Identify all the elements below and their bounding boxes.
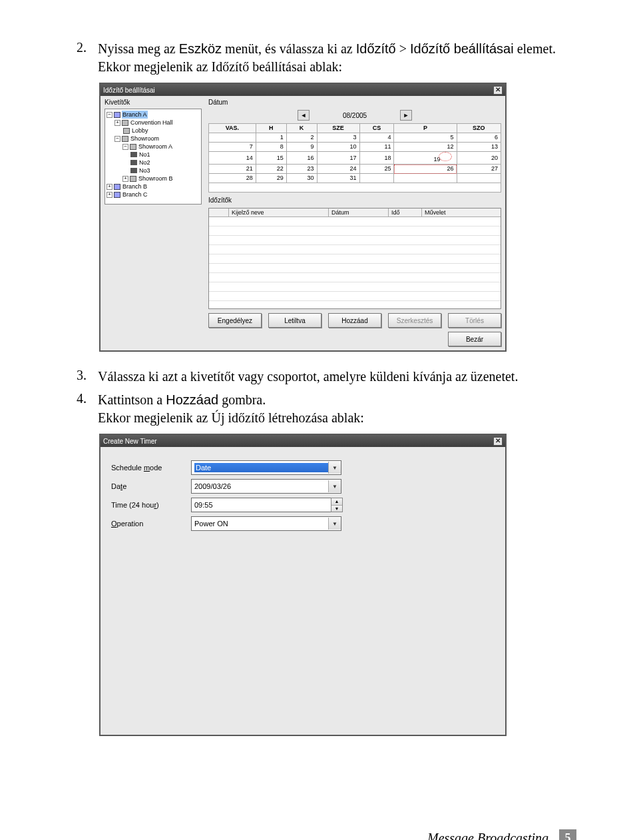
cal-cell[interactable]: 27 <box>457 165 501 174</box>
label-time: Time (24 hour) <box>111 501 191 509</box>
tree-no1[interactable]: No1 <box>106 151 200 159</box>
cal-cell[interactable]: 4 <box>359 133 394 143</box>
projectors-tree[interactable]: −Branch A +Convention Hall Lobby −Showro… <box>105 109 202 205</box>
calendar[interactable]: VAS. H K SZE CS P SZO 1 2 3 4 5 6 <box>208 123 501 193</box>
date-label: Dátum <box>208 99 501 106</box>
cal-cell[interactable]: 15 <box>256 152 286 165</box>
tree-showroom-b[interactable]: +Showroom B <box>106 175 200 183</box>
day-head: CS <box>359 124 394 133</box>
date-dropdown[interactable]: 2009/03/26 ▼ <box>191 479 341 494</box>
col-op: Művelet <box>422 209 501 216</box>
tree-branch-c[interactable]: +Branch C <box>106 191 200 199</box>
add-button[interactable]: Hozzáad <box>328 313 381 328</box>
cal-cell[interactable]: 21 <box>209 165 256 174</box>
schedule-mode-dropdown[interactable]: Date ▼ <box>191 460 341 475</box>
day-head: SZO <box>457 124 501 133</box>
delete-button[interactable]: Törlés <box>448 313 501 328</box>
cal-cell[interactable]: 18 <box>359 152 394 165</box>
cal-cell-today[interactable]: 19 <box>394 152 457 165</box>
tree-no2[interactable]: No2 <box>106 159 200 167</box>
cal-cell[interactable] <box>457 174 501 183</box>
cal-cell[interactable]: 10 <box>317 143 359 152</box>
timers-list[interactable]: Kijelző neve Dátum Idő Művelet <box>208 208 501 309</box>
date-value: 2009/03/26 <box>194 482 328 490</box>
row-date: Date 2009/03/26 ▼ <box>111 479 495 494</box>
spinner-down-icon[interactable]: ▼ <box>331 506 342 512</box>
cal-cell[interactable]: 1 <box>256 133 286 143</box>
cal-cell[interactable]: 7 <box>209 143 256 152</box>
close-icon[interactable]: ✕ <box>493 86 503 95</box>
chevron-down-icon[interactable]: ▼ <box>328 480 341 492</box>
cal-cell[interactable]: 22 <box>256 165 286 174</box>
month-nav: ◄ 08/2005 ► <box>208 110 501 121</box>
step-2-num: 2. <box>77 40 98 76</box>
cal-cell[interactable]: 3 <box>317 133 359 143</box>
spinner-up-icon[interactable]: ▲ <box>331 498 342 506</box>
cal-cell[interactable]: 31 <box>317 174 359 183</box>
prev-month-button[interactable]: ◄ <box>298 110 310 121</box>
title-bar: Időzítő beállításai ✕ <box>101 84 505 96</box>
disable-button[interactable]: Letiltva <box>268 313 321 328</box>
cal-cell[interactable]: 20 <box>457 152 501 165</box>
close-icon[interactable]: ✕ <box>493 437 503 446</box>
month-label: 08/2005 <box>343 112 367 119</box>
day-head: P <box>394 124 457 133</box>
cal-cell[interactable]: 28 <box>209 174 256 183</box>
cal-cell[interactable]: 13 <box>457 143 501 152</box>
cal-cell[interactable]: 2 <box>286 133 317 143</box>
tree-branch-a[interactable]: −Branch A <box>106 111 200 119</box>
edit-button[interactable]: Szerkesztés <box>388 313 441 328</box>
col-time: Idő <box>389 209 422 216</box>
next-month-button[interactable]: ► <box>400 110 412 121</box>
cal-cell[interactable] <box>394 174 457 183</box>
cal-cell[interactable]: 12 <box>394 143 457 152</box>
create-timer-window: Create New Timer ✕ Schedule mode Date ▼ … <box>99 434 507 736</box>
step-3: 3. Válassza ki azt a kivetítőt vagy csop… <box>77 368 579 386</box>
step-3-num: 3. <box>77 368 98 386</box>
chevron-down-icon[interactable]: ▼ <box>328 518 341 530</box>
day-head: K <box>286 124 317 133</box>
cal-cell[interactable]: 5 <box>394 133 457 143</box>
close-button[interactable]: Bezár <box>448 332 501 346</box>
tree-showroom-a[interactable]: −Showroom A <box>106 143 200 151</box>
timers-label: Időzítők <box>208 197 501 204</box>
tree-no3[interactable]: No3 <box>106 167 200 175</box>
cal-cell[interactable]: 23 <box>286 165 317 174</box>
chevron-down-icon[interactable]: ▼ <box>328 462 341 474</box>
cal-cell[interactable]: 25 <box>359 165 394 174</box>
cal-cell[interactable]: 8 <box>256 143 286 152</box>
operation-value: Power ON <box>194 520 328 528</box>
cal-cell[interactable]: 11 <box>359 143 394 152</box>
cal-cell[interactable] <box>209 133 256 143</box>
cal-cell[interactable]: 30 <box>286 174 317 183</box>
cal-cell[interactable]: 29 <box>256 174 286 183</box>
operation-dropdown[interactable]: Power ON ▼ <box>191 516 341 531</box>
row-schedule-mode: Schedule mode Date ▼ <box>111 460 495 475</box>
time-spinner[interactable]: ▲ ▼ <box>331 498 343 512</box>
label-schedule-mode: Schedule mode <box>111 464 191 472</box>
tree-showroom[interactable]: −Showroom <box>106 135 200 143</box>
cal-cell[interactable]: 17 <box>317 152 359 165</box>
cal-cell[interactable]: 14 <box>209 152 256 165</box>
cal-cell[interactable]: 16 <box>286 152 317 165</box>
day-head: SZE <box>317 124 359 133</box>
window-title: Időzítő beállításai <box>103 87 155 94</box>
cal-cell-selected[interactable]: 26 <box>394 165 457 174</box>
title-bar: Create New Timer ✕ <box>101 435 505 447</box>
row-operation: Operation Power ON ▼ <box>111 516 495 531</box>
schedule-mode-value: Date <box>194 463 328 472</box>
page-footer: Message Broadcasting 5 <box>77 829 579 840</box>
tree-lobby[interactable]: Lobby <box>106 127 200 135</box>
tree-convention-hall[interactable]: +Convention Hall <box>106 119 200 127</box>
time-input[interactable]: 09:55 <box>191 498 331 512</box>
step-4-text: Kattintson a Hozzáad gombra. Ekkor megje… <box>98 391 579 427</box>
cal-cell[interactable]: 9 <box>286 143 317 152</box>
window-title: Create New Timer <box>103 438 157 445</box>
tree-branch-b[interactable]: +Branch B <box>106 183 200 191</box>
cal-cell[interactable]: 6 <box>457 133 501 143</box>
cal-cell[interactable]: 24 <box>317 165 359 174</box>
cal-cell[interactable] <box>359 174 394 183</box>
form: Schedule mode Date ▼ Date 2009/03/26 ▼ T… <box>101 447 505 735</box>
enable-button[interactable]: Engedélyez <box>208 313 262 328</box>
doc-title: Message Broadcasting <box>427 831 548 841</box>
